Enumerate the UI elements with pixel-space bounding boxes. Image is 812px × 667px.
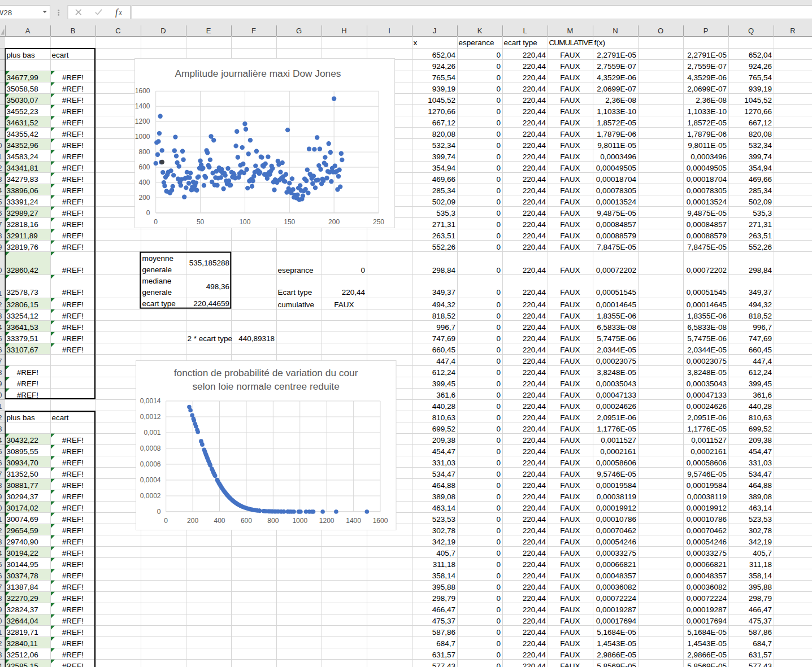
svg-text:#REF!: #REF!: [62, 481, 84, 490]
svg-text:FAUX: FAUX: [560, 368, 580, 377]
svg-text:0: 0: [496, 526, 501, 535]
svg-text:0,0003496: 0,0003496: [600, 152, 636, 161]
svg-text:0: 0: [496, 164, 501, 172]
svg-text:0,0006: 0,0006: [140, 460, 161, 468]
svg-text:395,88: 395,88: [432, 583, 455, 591]
svg-text:7,8475E-05: 7,8475E-05: [687, 243, 727, 251]
svg-text:FAUX: FAUX: [560, 662, 580, 667]
svg-text:0,00017694: 0,00017694: [596, 617, 637, 625]
svg-text:#REF!: #REF!: [62, 560, 84, 569]
svg-text:R: R: [790, 27, 795, 35]
svg-text:747,69: 747,69: [432, 334, 455, 343]
svg-text:0,00070462: 0,00070462: [596, 526, 636, 535]
svg-text:33254,12: 33254,12: [7, 312, 38, 320]
svg-text:0,0002: 0,0002: [140, 492, 161, 500]
svg-text:0,0008: 0,0008: [140, 444, 161, 452]
svg-text:939,19: 939,19: [432, 85, 455, 93]
svg-text:2 * ecart type: 2 * ecart type: [188, 334, 233, 343]
svg-text:K: K: [477, 27, 483, 35]
svg-text:220,44: 220,44: [523, 164, 546, 172]
svg-text:220,44: 220,44: [523, 436, 546, 444]
svg-text:32818,16: 32818,16: [7, 220, 38, 229]
svg-text:2,2791E-05: 2,2791E-05: [687, 51, 727, 59]
svg-text:#REF!: #REF!: [62, 583, 84, 591]
svg-text:1270,66: 1270,66: [428, 107, 455, 116]
svg-text:47: 47: [0, 583, 2, 591]
svg-text:552,26: 552,26: [432, 243, 455, 251]
svg-text:0,00019912: 0,00019912: [596, 504, 636, 512]
svg-text:1400: 1400: [135, 102, 150, 110]
svg-text:552,26: 552,26: [749, 243, 772, 251]
svg-text:667,12: 667,12: [749, 119, 772, 127]
svg-text:32819,76: 32819,76: [7, 243, 38, 251]
svg-text:220,44: 220,44: [523, 628, 546, 637]
svg-text:587,86: 587,86: [749, 628, 772, 637]
svg-text:600: 600: [138, 163, 150, 171]
svg-text:2,0951E-06: 2,0951E-06: [597, 413, 636, 422]
svg-text:0: 0: [496, 323, 501, 332]
svg-text:33: 33: [0, 425, 2, 433]
svg-text:1,1776E-05: 1,1776E-05: [687, 425, 727, 433]
svg-text:0,00078305: 0,00078305: [596, 186, 636, 195]
svg-text:469,66: 469,66: [749, 175, 772, 184]
svg-text:358,14: 358,14: [432, 572, 456, 580]
svg-text:765,54: 765,54: [749, 73, 772, 82]
svg-text:0,00049505: 0,00049505: [687, 164, 727, 172]
svg-text:0: 0: [496, 357, 501, 365]
svg-text:0,00051545: 0,00051545: [687, 288, 727, 297]
svg-text:271,31: 271,31: [432, 220, 455, 229]
svg-text:220,44: 220,44: [523, 391, 546, 399]
svg-text:399,45: 399,45: [749, 380, 772, 388]
svg-text:810,63: 810,63: [432, 413, 455, 422]
svg-text:23: 23: [0, 312, 2, 320]
svg-text:FAUX: FAUX: [560, 164, 580, 172]
svg-text:220,44: 220,44: [523, 572, 546, 580]
svg-text:#REF!: #REF!: [62, 141, 84, 150]
svg-text:#REF!: #REF!: [62, 243, 84, 251]
svg-text:#REF!: #REF!: [17, 391, 38, 399]
svg-text:5,1684E-05: 5,1684E-05: [687, 628, 727, 637]
svg-text:0,00038119: 0,00038119: [687, 492, 727, 501]
svg-text:#REF!: #REF!: [62, 538, 84, 546]
svg-text:0: 0: [496, 425, 501, 433]
svg-text:O: O: [658, 27, 663, 35]
svg-text:30881,77: 30881,77: [7, 481, 38, 490]
svg-text:220,44: 220,44: [523, 288, 546, 297]
svg-text:32860,42: 32860,42: [7, 266, 38, 274]
svg-text:447,4: 447,4: [753, 357, 772, 365]
svg-text:0,00066821: 0,00066821: [596, 560, 636, 569]
svg-text:342,19: 342,19: [432, 538, 455, 546]
svg-text:FAUX: FAUX: [560, 346, 580, 354]
svg-text:#REF!: #REF!: [62, 73, 84, 82]
svg-text:11: 11: [0, 153, 2, 161]
svg-text:3,8248E-05: 3,8248E-05: [597, 368, 636, 377]
svg-text:454,47: 454,47: [432, 447, 455, 456]
svg-text:24: 24: [0, 324, 2, 332]
svg-text:plus bas: plus bas: [7, 51, 36, 59]
svg-text:0,00024626: 0,00024626: [687, 402, 727, 411]
svg-text:30: 30: [0, 391, 2, 399]
svg-text:150: 150: [284, 218, 295, 226]
svg-text:200: 200: [187, 517, 198, 525]
svg-text:447,4: 447,4: [436, 357, 455, 365]
svg-text:#REF!: #REF!: [62, 447, 84, 456]
svg-text:220,44: 220,44: [523, 515, 546, 524]
svg-text:263,51: 263,51: [432, 232, 455, 240]
svg-text:331,03: 331,03: [432, 459, 455, 467]
svg-text:33641,53: 33641,53: [7, 323, 38, 332]
svg-text:15: 15: [0, 198, 2, 206]
svg-text:#REF!: #REF!: [62, 175, 84, 184]
svg-text:5,1684E-05: 5,1684E-05: [597, 628, 636, 637]
svg-text:35030,07: 35030,07: [7, 96, 38, 104]
svg-text:699,52: 699,52: [432, 425, 455, 433]
svg-text:W28: W28: [0, 8, 12, 17]
svg-text:220,44: 220,44: [523, 346, 546, 354]
svg-text:220,44: 220,44: [523, 470, 546, 478]
svg-text:0: 0: [496, 175, 501, 184]
svg-text:#REF!: #REF!: [62, 346, 84, 354]
svg-text:5,8569E-05: 5,8569E-05: [687, 662, 727, 667]
svg-text:996,7: 996,7: [753, 323, 772, 332]
svg-text:298,79: 298,79: [432, 594, 455, 603]
svg-text:FAUX: FAUX: [560, 481, 580, 490]
svg-text:L: L: [523, 27, 527, 35]
